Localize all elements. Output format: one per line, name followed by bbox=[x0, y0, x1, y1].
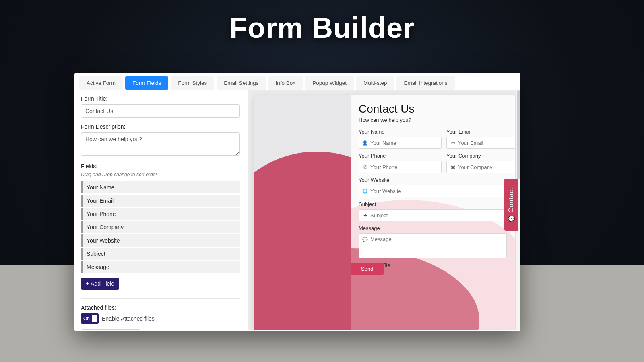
form-desc-label: Form Description: bbox=[81, 123, 242, 130]
globe-icon: 🌐 bbox=[362, 189, 368, 194]
settings-pane: Form Title: Form Description: How can we… bbox=[74, 90, 248, 330]
scrollbar-thumb[interactable] bbox=[517, 90, 520, 179]
chat-bubble-icon: 💬 bbox=[508, 216, 515, 222]
subject-label: Subject bbox=[359, 201, 507, 207]
tab-form-styles[interactable]: Form Styles bbox=[171, 76, 214, 90]
message-label: Message bbox=[359, 225, 507, 231]
tab-multi-step[interactable]: Multi-step bbox=[356, 76, 394, 90]
name-label: Your Name bbox=[359, 129, 442, 135]
phone-field-icon: ✆ bbox=[362, 165, 368, 170]
message-input[interactable] bbox=[370, 236, 503, 255]
tab-info-box[interactable]: Info Box bbox=[268, 76, 303, 90]
phone-field-label: Your Phone bbox=[359, 153, 442, 159]
form-title-input[interactable] bbox=[81, 104, 240, 118]
tab-email-settings[interactable]: Email Settings bbox=[217, 76, 266, 90]
field-row-subject[interactable]: Subject bbox=[81, 248, 240, 260]
tabs: Active Form Form Fields Form Styles Emai… bbox=[74, 73, 520, 90]
form-title-label: Form Title: bbox=[81, 95, 242, 102]
name-input[interactable] bbox=[370, 140, 438, 146]
form-desc-input[interactable]: How can we help you? bbox=[81, 132, 240, 156]
chat-icon: 💬 bbox=[362, 236, 368, 255]
field-row-name[interactable]: Your Name bbox=[81, 181, 240, 193]
subject-input[interactable] bbox=[370, 212, 503, 218]
field-row-email[interactable]: Your Email bbox=[81, 195, 240, 207]
tab-active-form[interactable]: Active Form bbox=[79, 76, 123, 90]
form-column: Contact Us How can we help you? Your Nam… bbox=[351, 95, 515, 330]
toggle-knob bbox=[92, 315, 97, 322]
preview-card: 🏛 Office 123 Church Ave New Hope, Alabam… bbox=[254, 95, 515, 330]
contact-side-tab[interactable]: Contact 💬 bbox=[504, 179, 518, 231]
envelope-icon: ✉ bbox=[450, 140, 456, 146]
page-title: Form Builder bbox=[229, 11, 415, 44]
send-button[interactable]: Send bbox=[351, 263, 384, 275]
attach-file-label-input[interactable] bbox=[81, 329, 140, 330]
tab-form-fields[interactable]: Form Fields bbox=[125, 76, 168, 90]
preview-pane: 🏛 Office 123 Church Ave New Hope, Alabam… bbox=[248, 90, 520, 330]
email-field-label: Your Email bbox=[446, 129, 515, 135]
arrow-icon: ➔ bbox=[362, 213, 368, 218]
preview-title: Contact Us bbox=[359, 103, 507, 115]
tab-popup-widget[interactable]: Popup Widget bbox=[305, 76, 354, 90]
fields-label: Fields: bbox=[81, 163, 242, 169]
website-input[interactable] bbox=[370, 188, 503, 194]
email-input[interactable] bbox=[458, 140, 515, 146]
company-input[interactable] bbox=[458, 164, 515, 170]
attached-toggle[interactable]: On bbox=[81, 313, 99, 324]
field-row-company[interactable]: Your Company bbox=[81, 221, 240, 233]
attached-toggle-label: Enable Attached files bbox=[102, 315, 155, 322]
fields-hint: Drag and Drop change to sort order bbox=[81, 172, 242, 177]
tab-email-integrations[interactable]: Email Integrations bbox=[396, 76, 454, 90]
app-window: Active Form Form Fields Form Styles Emai… bbox=[74, 73, 520, 331]
attached-files-label: Attached files: bbox=[81, 304, 242, 311]
website-label: Your Website bbox=[359, 177, 507, 183]
preview-description: How can we help you? bbox=[359, 117, 507, 123]
info-column: 🏛 Office 123 Church Ave New Hope, Alabam… bbox=[254, 95, 351, 330]
add-field-button[interactable]: Add Field bbox=[81, 278, 119, 290]
side-tab-label: Contact bbox=[508, 187, 515, 212]
toggle-state: On bbox=[83, 316, 90, 321]
divider bbox=[81, 298, 240, 299]
phone-input[interactable] bbox=[370, 164, 438, 170]
field-row-message[interactable]: Message bbox=[81, 261, 240, 273]
field-row-phone[interactable]: Your Phone bbox=[81, 208, 240, 220]
user-icon: 👤 bbox=[362, 140, 368, 146]
company-label: Your Company bbox=[446, 153, 515, 159]
building-icon: 🏛 bbox=[450, 165, 456, 169]
field-row-website[interactable]: Your Website bbox=[81, 234, 240, 247]
